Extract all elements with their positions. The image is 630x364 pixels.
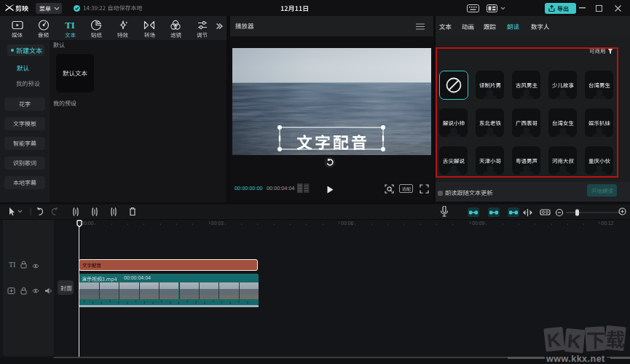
svg-text:TI: TI xyxy=(65,20,75,31)
svg-text:TI: TI xyxy=(9,261,15,269)
